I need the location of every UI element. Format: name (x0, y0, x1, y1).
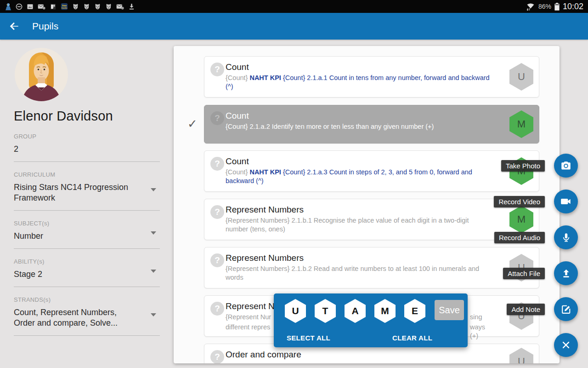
screen: freebooks 86% 10:02 Pupils Elenor Davids… (0, 0, 588, 368)
do-not-disturb-icon (15, 3, 23, 11)
description-fragment: sing (470, 313, 482, 322)
objective-title: Order and compare (226, 350, 487, 360)
gremlin-icon (94, 3, 102, 11)
fab-microphone[interactable] (554, 225, 578, 249)
svg-text:books: books (62, 7, 68, 9)
description-fragment: different repres (226, 323, 270, 331)
filter-field-subjects[interactable]: SUBJECT(s)Number (14, 211, 160, 249)
pupil-name: Elenor Davidson (14, 109, 174, 124)
email-settings-icon (37, 3, 46, 11)
assessment-option-e[interactable]: E (404, 299, 425, 323)
assessment-badge[interactable]: M (509, 110, 533, 138)
fab-label: Record Audio (494, 232, 545, 243)
field-label: GROUP (14, 133, 160, 140)
flipboard-icon (49, 3, 57, 11)
filter-field-strandss[interactable]: STRANDS(s)Count, Represent Numbers, Orde… (14, 287, 160, 336)
freebooks-icon: freebooks (60, 2, 68, 11)
description-segment: {Count} (226, 74, 249, 81)
status-clock: 10:02 (563, 2, 583, 12)
help-icon[interactable]: ? (210, 111, 224, 125)
download-icon (128, 3, 136, 11)
screenshot-icon (26, 3, 34, 11)
description-segment: {Count} 2.1.a.2 Identify ten more or ten… (226, 123, 434, 130)
fab-label: Take Photo (501, 160, 545, 172)
selected-check-icon: ✓ (187, 117, 198, 131)
help-icon[interactable]: ? (210, 253, 224, 267)
select-all-button[interactable]: SELECT ALL (287, 334, 330, 342)
dropdown-arrow-icon (151, 231, 156, 235)
fab-camera[interactable] (554, 154, 578, 178)
fab-label: Record Video (494, 196, 545, 207)
battery-percent: 86% (538, 3, 551, 10)
objective-card[interactable]: ?Count{Count} 2.1.a.2 Identify ten more … (204, 105, 539, 144)
help-icon[interactable]: ? (210, 205, 224, 219)
objective-title: Count (226, 156, 487, 167)
objective-card[interactable]: ?Represent Numbers{Represent Numbers} 2.… (204, 199, 539, 240)
objective-description: {Count} NAHT KPI {Count} 2.1.a.3 Count i… (226, 168, 491, 185)
assessment-option-m[interactable]: M (374, 299, 396, 323)
objective-card[interactable]: ?Count{Count} NAHT KPI {Count} 2.1.a.1 C… (204, 56, 539, 98)
back-button[interactable] (0, 13, 28, 40)
assessment-option-u[interactable]: U (285, 299, 306, 323)
objective-description: {Count} NAHT KPI {Count} 2.1.a.1 Count i… (226, 74, 491, 91)
email-sync-icon (116, 3, 124, 11)
fab-note[interactable] (554, 297, 578, 321)
help-icon[interactable]: ? (210, 157, 224, 171)
gremlin-icon (105, 3, 113, 11)
assessment-option-a[interactable]: A (345, 299, 366, 323)
assessment-popup: UTAME Save SELECT ALL CLEAR ALL (274, 293, 468, 347)
pupil-avatar (14, 47, 69, 102)
field-label: CURRICULUM (14, 171, 160, 178)
description-segment: {Represent Numbers} 2.1.b.2 Read and wri… (226, 265, 479, 281)
svg-text:free: free (62, 4, 67, 7)
status-bar: freebooks 86% 10:02 (0, 0, 588, 13)
filter-field-group: GROUP2 (14, 124, 160, 162)
field-label: ABILITY(s) (14, 258, 160, 265)
field-value: Stage 2 (14, 269, 160, 280)
assessment-option-t[interactable]: T (315, 299, 336, 323)
dropdown-arrow-icon (151, 188, 156, 191)
filter-field-curriculum[interactable]: CURRICULUMRising Stars NC14 Progression … (14, 162, 160, 211)
fab-video-camera[interactable] (554, 190, 578, 213)
objective-description: {Represent Numbers} 2.1.b.2 Read and wri… (226, 264, 491, 282)
objective-card[interactable]: ?Represent Numbers{Represent Numbers} 2.… (204, 247, 539, 288)
gremlin-icon (72, 3, 79, 11)
assessment-badge[interactable]: M (509, 206, 533, 233)
battery-icon (554, 2, 560, 11)
fab-label: Add Note (507, 304, 545, 315)
notification-icons: freebooks (5, 2, 136, 11)
pupil-filters: GROUP2CURRICULUMRising Stars NC14 Progre… (14, 124, 174, 336)
description-segment: NAHT KPI (249, 74, 283, 81)
objective-description: {Represent Numbers} 2.1.b.1 Recognise th… (226, 216, 491, 234)
clear-all-button[interactable]: CLEAR ALL (392, 334, 432, 342)
dropdown-arrow-icon (151, 270, 156, 273)
description-fragment: {Represent Nur (226, 313, 271, 321)
description-segment: {Represent Numbers} 2.1.b.1 Recognise th… (226, 217, 469, 233)
help-icon[interactable]: ? (210, 350, 224, 363)
field-value: Number (14, 231, 160, 242)
fab-upload[interactable] (554, 261, 578, 285)
filter-field-abilitys[interactable]: ABILITY(s)Stage 2 (14, 249, 160, 287)
field-value: Rising Stars NC14 Progression Framework (14, 182, 160, 203)
field-value: 2 (14, 144, 160, 155)
field-label: STRANDS(s) (14, 296, 160, 303)
assessment-badge[interactable]: U (509, 63, 533, 91)
assessment-badge[interactable]: U (509, 348, 533, 363)
objective-card[interactable]: ?Count{Count} NAHT KPI {Count} 2.1.a.3 C… (204, 150, 539, 192)
pupil-sidebar: Elenor Davidson GROUP2CURRICULUMRising S… (0, 40, 174, 368)
app-bar: Pupils (0, 13, 588, 40)
objective-title: Represent Numbers (226, 253, 487, 263)
save-button[interactable]: Save (435, 300, 464, 320)
gremlin-icon (83, 3, 90, 11)
fab-label: Attach File (503, 268, 545, 279)
help-icon[interactable]: ? (210, 63, 224, 76)
description-segment: {Count} (226, 168, 249, 176)
help-icon[interactable]: ? (210, 302, 224, 316)
wifi-icon (526, 2, 536, 11)
field-value: Count, Represent Numbers, Order and comp… (14, 307, 160, 328)
status-right: 86% 10:02 (526, 2, 583, 12)
assessment-options: UTAME (285, 299, 425, 323)
fab-close[interactable] (554, 333, 578, 357)
description-fragment: ways (+) (470, 323, 491, 340)
objective-title: Count (226, 111, 487, 121)
